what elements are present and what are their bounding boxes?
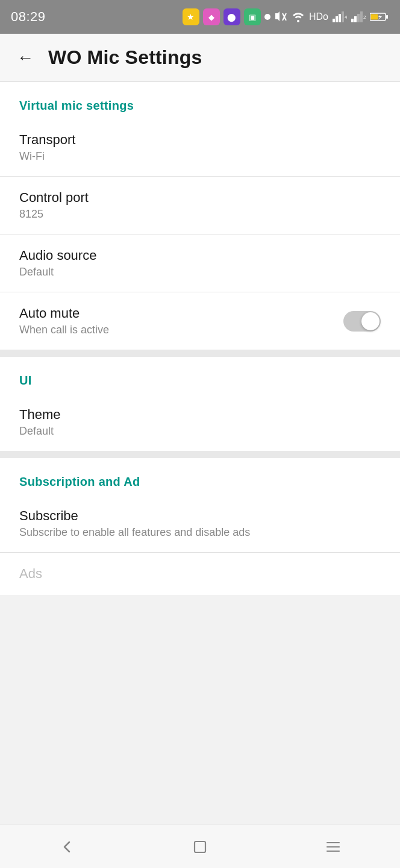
bottom-spacer [0,595,400,643]
section-header-ui: UI [0,357,400,394]
svg-rect-3 [336,16,338,22]
setting-control-port-label: Control port [19,190,381,206]
setting-transport-label: Transport [19,132,381,148]
setting-control-port-text: Control port 8125 [19,190,381,221]
wifi-icon [292,11,305,22]
svg-rect-8 [354,16,357,22]
svg-rect-9 [357,14,360,22]
setting-theme-value: Default [19,425,381,438]
setting-theme[interactable]: Theme Default [0,394,400,451]
section-virtual-mic: Virtual mic settings Transport Wi-Fi Con… [0,82,400,350]
nav-menu-icon [325,840,342,854]
purple-app-icon: ⬤ [223,8,240,25]
mute-icon [274,11,287,23]
setting-transport-text: Transport Wi-Fi [19,132,381,163]
setting-theme-label: Theme [19,407,381,423]
svg-rect-4 [339,14,341,22]
back-button[interactable]: ← [12,45,39,71]
top-bar: ← WO Mic Settings [0,34,400,82]
status-right-icons: HDo 4G 2G [274,11,389,23]
setting-auto-mute-value: When call is active [19,324,343,336]
setting-audio-source[interactable]: Audio source Default [0,234,400,292]
section-divider-1 [0,350,400,357]
nav-menu-button[interactable] [309,830,357,864]
setting-transport-value: Wi-Fi [19,150,381,163]
section-ui: UI Theme Default [0,357,400,451]
svg-rect-15 [195,841,205,852]
setting-auto-mute-text: Auto mute When call is active [19,306,343,336]
setting-control-port[interactable]: Control port 8125 [0,177,400,234]
nav-home-icon [192,839,208,855]
setting-subscribe-text: Subscribe Subscribe to enable all featur… [19,508,381,539]
setting-audio-source-text: Audio source Default [19,248,381,278]
yellow-app-icon: ★ [183,8,199,25]
toggle-thumb [361,312,380,330]
svg-rect-5 [342,11,344,22]
pink-app-icon: ◆ [203,8,220,25]
status-time: 08:29 [11,9,46,25]
setting-subscribe-value: Subscribe to enable all features and dis… [19,526,381,539]
back-arrow-icon: ← [17,49,34,66]
settings-content: Virtual mic settings Transport Wi-Fi Con… [0,82,400,643]
setting-subscribe-label: Subscribe [19,508,381,524]
nav-back-icon [58,838,75,855]
status-bar: 08:29 ★ ◆ ⬤ ▣ HDo [0,0,400,34]
svg-rect-13 [386,15,388,19]
auto-mute-toggle[interactable] [343,311,381,332]
nav-back-button[interactable] [43,830,91,864]
green-app-icon: ▣ [244,8,261,25]
notification-dot [264,14,270,20]
svg-text:4G: 4G [345,14,347,20]
nav-home-button[interactable] [176,830,224,864]
signal-4g-icon: 4G [333,11,347,22]
svg-rect-7 [351,19,354,22]
page-title: WO Mic Settings [48,46,202,69]
bottom-navigation [0,825,400,868]
status-icons: ★ ◆ ⬤ ▣ HDo [183,8,389,25]
battery-icon [370,11,389,22]
setting-theme-text: Theme Default [19,407,381,438]
signal-2g-icon: 2G [351,11,366,22]
setting-subscribe[interactable]: Subscribe Subscribe to enable all featur… [0,495,400,552]
setting-transport[interactable]: Transport Wi-Fi [0,119,400,176]
section-header-subscription: Subscription and Ad [0,458,400,495]
section-header-virtual-mic: Virtual mic settings [0,82,400,119]
svg-text:2G: 2G [363,14,366,20]
svg-rect-10 [360,11,363,22]
setting-audio-source-value: Default [19,266,381,278]
setting-audio-source-label: Audio source [19,248,381,263]
setting-auto-mute-label: Auto mute [19,306,343,321]
section-subscription: Subscription and Ad Subscribe Subscribe … [0,458,400,595]
setting-control-port-value: 8125 [19,208,381,221]
ads-label: Ads [19,566,381,582]
section-divider-2 [0,451,400,458]
hd-indicator: HDo [309,11,328,22]
svg-rect-2 [333,19,335,22]
setting-auto-mute[interactable]: Auto mute When call is active [0,292,400,350]
svg-rect-14 [371,14,378,20]
ads-row: Ads [0,553,400,595]
